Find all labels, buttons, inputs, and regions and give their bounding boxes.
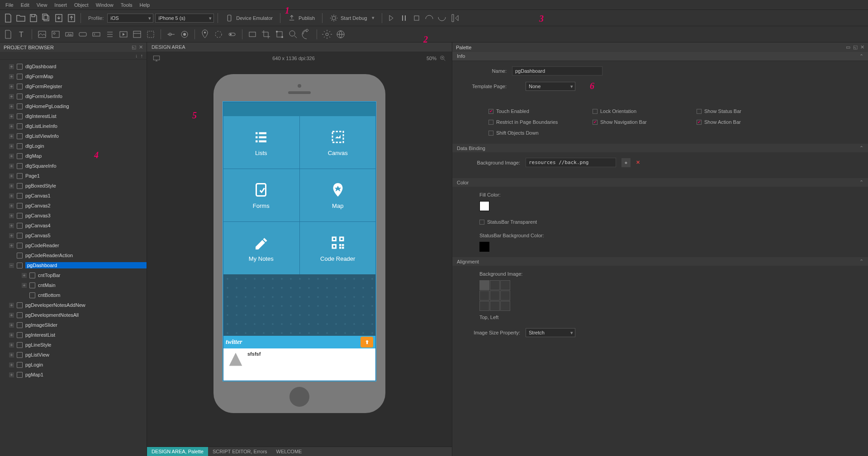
- tree-item-dlgmap[interactable]: +dlgMap: [0, 151, 147, 161]
- refresh-tool-icon[interactable]: [301, 29, 312, 40]
- expand-icon[interactable]: +: [9, 353, 14, 357]
- tile-codereader[interactable]: Code Reader: [300, 222, 376, 274]
- expand-icon[interactable]: +: [9, 233, 14, 238]
- touch-enabled-checkbox[interactable]: [489, 109, 493, 114]
- expand-icon[interactable]: +: [9, 174, 14, 179]
- loading-tool-icon[interactable]: [213, 29, 224, 40]
- expand-icon[interactable]: +: [9, 124, 14, 129]
- expand-icon[interactable]: +: [22, 273, 27, 278]
- tree-item-pgcanvas5[interactable]: +pgCanvas5: [0, 230, 147, 240]
- align-mid-center[interactable]: [490, 291, 500, 301]
- alignment-grid[interactable]: [479, 280, 859, 311]
- alignment-section[interactable]: Alignment⌃: [452, 257, 868, 266]
- expand-icon[interactable]: +: [9, 343, 14, 348]
- data-binding-section[interactable]: Data Binding⌃: [452, 144, 868, 152]
- sort-up-icon[interactable]: ↑: [141, 53, 143, 58]
- crop-tool-icon[interactable]: [261, 29, 271, 40]
- expand-icon[interactable]: +: [9, 183, 14, 188]
- zoom-tool-icon[interactable]: [288, 29, 299, 40]
- menu-help[interactable]: Help: [136, 1, 153, 9]
- tree-item-dlgformmap[interactable]: +dlgFormMap: [0, 71, 147, 81]
- tree-item-dlginterestlist[interactable]: +dlgInterestList: [0, 111, 147, 121]
- tree-item-dlglogin[interactable]: +dlgLogin: [0, 141, 147, 151]
- step-into-icon[interactable]: [386, 13, 397, 24]
- expand-icon[interactable]: +: [9, 372, 14, 377]
- phone-screen[interactable]: Lists Canvas Forms Map: [223, 101, 376, 381]
- tree-item-pgdevelopernotesaddnew[interactable]: +pgDeveloperNotesAddNew: [0, 300, 147, 310]
- menu-view[interactable]: View: [33, 1, 51, 9]
- template-select[interactable]: None: [526, 82, 575, 91]
- device-emulator-button[interactable]: Device Emulator: [222, 12, 276, 24]
- picture-tool-icon[interactable]: [50, 29, 61, 40]
- tab-welcome[interactable]: WELCOME: [272, 447, 307, 456]
- select-tool-icon[interactable]: [145, 29, 156, 40]
- expand-icon[interactable]: +: [9, 64, 14, 69]
- menu-insert[interactable]: Insert: [51, 1, 71, 9]
- tree-item-pginterestlist[interactable]: +pgInterestList: [0, 330, 147, 340]
- container-tool-icon[interactable]: [132, 29, 142, 40]
- tree-item-dlgformregister[interactable]: +dlgFormRegister: [0, 81, 147, 91]
- tree-item-pgcanvas1[interactable]: +pgCanvas1: [0, 191, 147, 201]
- button-tool-icon[interactable]: [77, 29, 88, 40]
- expand-icon[interactable]: +: [9, 223, 14, 228]
- color-section[interactable]: Color⌃: [452, 178, 868, 187]
- gear-icon[interactable]: [322, 29, 332, 40]
- statusbar-bg-swatch[interactable]: [479, 242, 489, 252]
- new-file-icon[interactable]: [3, 13, 14, 24]
- align-mid-right[interactable]: [500, 291, 510, 301]
- save-all-icon[interactable]: [41, 13, 52, 24]
- globe-icon[interactable]: [335, 29, 346, 40]
- device-select[interactable]: iPhone 5 (s): [155, 14, 214, 23]
- expand-icon[interactable]: [9, 253, 14, 258]
- expand-icon[interactable]: +: [9, 313, 14, 318]
- imgsize-select[interactable]: Stretch: [526, 328, 575, 337]
- step-over-icon[interactable]: [424, 13, 435, 24]
- lock-orientation-checkbox[interactable]: [593, 109, 598, 114]
- project-tree[interactable]: +dlgDashboard+dlgFormMap+dlgFormRegister…: [0, 60, 147, 456]
- show-nav-checkbox[interactable]: [593, 120, 598, 125]
- palette-info-tab[interactable]: Info ⌃: [452, 52, 868, 61]
- menu-edit[interactable]: Edit: [17, 1, 33, 9]
- expand-icon[interactable]: +: [9, 333, 14, 338]
- label-tool-icon[interactable]: Aa: [64, 29, 75, 40]
- expand-icon[interactable]: +: [9, 323, 14, 328]
- feed-item[interactable]: sfsfsf: [223, 348, 376, 370]
- menu-window[interactable]: Window: [92, 1, 117, 9]
- expand-icon[interactable]: +: [9, 164, 14, 169]
- panel-close-icon[interactable]: ✕: [139, 44, 143, 50]
- map-pin-tool-icon[interactable]: [199, 29, 210, 40]
- palette-dock-icon[interactable]: ◱: [853, 44, 858, 50]
- expand-icon[interactable]: +: [9, 84, 14, 89]
- zoom-icon[interactable]: [439, 55, 446, 62]
- image-tool-icon[interactable]: [37, 29, 47, 40]
- align-bot-right[interactable]: [500, 301, 510, 311]
- panel-dock-icon[interactable]: ◱: [132, 44, 136, 50]
- name-input[interactable]: [512, 66, 602, 75]
- radio-tool-icon[interactable]: [179, 29, 190, 40]
- shift-checkbox[interactable]: [489, 131, 493, 136]
- tree-item-cntmain[interactable]: +cntMain: [0, 280, 147, 290]
- show-statusbar-checkbox[interactable]: [697, 109, 702, 114]
- bg-image-add-button[interactable]: +: [621, 158, 631, 167]
- tree-item-dlgdashboard[interactable]: +dlgDashboard: [0, 61, 147, 71]
- tree-item-pgcodereader[interactable]: +pgCodeReader: [0, 240, 147, 250]
- page-tool-icon[interactable]: [3, 29, 14, 40]
- open-folder-icon[interactable]: [15, 13, 26, 24]
- tree-item-pgcanvas2[interactable]: +pgCanvas2: [0, 201, 147, 211]
- start-debug-button[interactable]: Start Debug ▾: [326, 12, 378, 24]
- expand-icon[interactable]: +: [9, 114, 14, 119]
- platform-select[interactable]: iOS: [107, 14, 153, 23]
- tile-lists[interactable]: Lists: [223, 116, 299, 169]
- bg-image-delete-button[interactable]: ✕: [636, 160, 640, 165]
- align-mid-left[interactable]: [479, 291, 489, 301]
- menu-object[interactable]: Object: [71, 1, 92, 9]
- expand-icon[interactable]: +: [9, 134, 14, 139]
- palette-close-icon[interactable]: ✕: [860, 44, 864, 50]
- align-top-right[interactable]: [500, 280, 510, 290]
- expand-icon[interactable]: +: [9, 104, 14, 109]
- tab-design-area[interactable]: DESIGN AREA, Palette: [147, 447, 208, 456]
- expand-icon[interactable]: +: [9, 213, 14, 218]
- tile-forms[interactable]: Forms: [223, 169, 299, 221]
- list-tool-icon[interactable]: [104, 29, 115, 40]
- save-icon[interactable]: [28, 13, 39, 24]
